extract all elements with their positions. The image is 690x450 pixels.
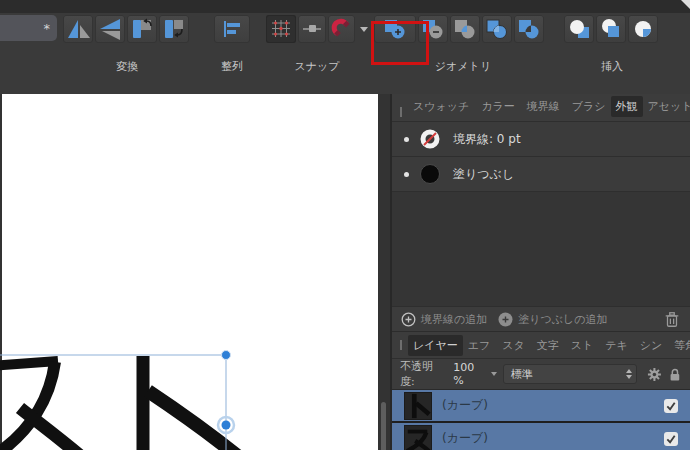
transform-group-label: 変換 — [63, 59, 191, 74]
thumbnail-glyph-to — [405, 393, 431, 419]
opacity-dropdown[interactable]: 100 % — [453, 361, 496, 387]
studio-panel: スウォッチ カラー 境界線 ブラシ 外観 アセット 境界線: 0 pt 塗りつぶ… — [390, 94, 690, 450]
tab-brushes[interactable]: ブラシ — [567, 96, 611, 117]
layer-visibility-checkbox[interactable] — [664, 399, 678, 413]
layer-visibility-checkbox[interactable] — [664, 432, 678, 446]
check-icon — [665, 400, 677, 412]
insert-on-top-button[interactable] — [596, 15, 626, 43]
tab-symbols[interactable]: シン — [635, 335, 668, 356]
stroke-row-label: 境界線: 0 pt — [453, 131, 521, 148]
rotate-clockwise-icon — [161, 17, 187, 41]
tab-color[interactable]: カラー — [476, 96, 520, 117]
boolean-divide-icon — [484, 17, 510, 41]
fill-black-swatch-icon[interactable] — [419, 163, 441, 185]
panel-grip-icon[interactable] — [400, 340, 402, 350]
stroke-none-swatch-icon[interactable] — [419, 128, 441, 150]
tab-styles[interactable]: スタ — [497, 335, 530, 356]
row-bullet — [404, 137, 409, 142]
boolean-intersect-button[interactable] — [450, 15, 480, 43]
insert-group-label: 挿入 — [564, 59, 660, 74]
tab-stroke[interactable]: 境界線 — [522, 96, 565, 117]
window-corner-notch — [681, 0, 690, 9]
alignment-icon — [219, 17, 245, 41]
layer-name: (カーブ) — [442, 397, 488, 414]
canvas-vertical-scrollbar[interactable] — [381, 402, 386, 450]
layers-options-row: 不透明度: 100 % 標準 — [392, 359, 690, 390]
boolean-subtract-button[interactable] — [418, 15, 448, 43]
layer-row-to[interactable]: (カーブ) — [392, 390, 690, 423]
stepper-icon — [626, 369, 632, 379]
tab-assets[interactable]: アセット — [643, 96, 690, 117]
snap-group-label: スナップ — [266, 59, 368, 74]
layer-row-su[interactable]: (カーブ) — [392, 423, 690, 450]
check-icon — [665, 433, 677, 445]
rotate-counterclockwise-button[interactable] — [127, 15, 157, 43]
boolean-divide-button[interactable] — [482, 15, 512, 43]
selection-bounding-box — [0, 355, 226, 450]
glyph-to — [143, 356, 240, 450]
add-stroke-icon[interactable] — [401, 312, 416, 327]
appearance-empty-area — [392, 192, 690, 307]
snap-group — [266, 15, 373, 43]
align-group-label: 整列 — [214, 59, 250, 74]
tab-stroke-panel[interactable]: スト — [566, 335, 599, 356]
fill-row-label: 塗りつぶし — [453, 166, 514, 183]
tab-character[interactable]: 文字 — [532, 335, 564, 356]
panel-grip-icon[interactable] — [400, 107, 402, 117]
tab-swatches[interactable]: スウォッチ — [408, 96, 474, 117]
chevron-down-icon — [491, 372, 497, 376]
canvas-selected-text[interactable] — [0, 94, 390, 450]
tab-text-styles[interactable]: テキ — [600, 335, 633, 356]
geometry-group-label: ジオメトリ — [388, 59, 538, 74]
boolean-add-button[interactable] — [374, 15, 416, 43]
layer-thumbnail-su[interactable] — [404, 425, 432, 450]
selection-handle-top-right[interactable] — [222, 351, 231, 360]
tab-appearance[interactable]: 外観 — [611, 96, 643, 117]
main-toolbar: * — [0, 13, 690, 94]
insert-on-top-icon — [598, 17, 624, 41]
insert-inside-button[interactable] — [628, 15, 658, 43]
layer-thumbnail-to[interactable] — [404, 392, 432, 420]
glyph-su — [0, 361, 90, 450]
thumbnail-glyph-su — [405, 426, 431, 450]
flip-horizontal-button[interactable] — [63, 15, 93, 43]
alignment-button[interactable] — [214, 15, 250, 43]
snapping-candidates-button[interactable] — [298, 15, 326, 43]
geometry-group — [374, 15, 546, 43]
insert-behind-button[interactable] — [564, 15, 594, 43]
transform-group — [63, 15, 191, 43]
boolean-subtract-icon — [420, 17, 446, 41]
preset-field[interactable]: * — [0, 15, 57, 41]
flip-vertical-icon — [97, 17, 123, 41]
blend-mode-select[interactable]: 標準 — [503, 364, 638, 384]
snapping-magnet-button[interactable] — [328, 15, 355, 43]
affinity-designer-window: * — [0, 0, 690, 450]
appearance-row-stroke[interactable]: 境界線: 0 pt — [392, 122, 690, 157]
tab-isometric[interactable]: 等角 — [669, 335, 690, 356]
appearance-row-fill[interactable]: 塗りつぶし — [392, 157, 690, 192]
add-stroke-label[interactable]: 境界線の追加 — [421, 312, 487, 327]
insert-inside-icon — [630, 17, 656, 41]
add-fill-label[interactable]: 塗りつぶしの追加 — [518, 312, 607, 327]
flip-horizontal-icon — [65, 17, 91, 41]
gear-icon[interactable] — [647, 367, 662, 382]
tab-effects[interactable]: エフ — [463, 335, 496, 356]
snapping-grid-button[interactable] — [266, 15, 296, 43]
lock-icon[interactable] — [668, 367, 682, 382]
row-bullet — [404, 172, 409, 177]
flip-vertical-button[interactable] — [95, 15, 125, 43]
tab-layers[interactable]: レイヤー — [408, 335, 463, 356]
rotate-counterclockwise-icon — [129, 17, 155, 41]
canvas-area[interactable] — [0, 94, 390, 450]
trash-icon[interactable] — [663, 310, 681, 329]
boolean-intersect-icon — [452, 17, 478, 41]
preset-star: * — [44, 21, 51, 36]
appearance-footer: 境界線の追加 塗りつぶしの追加 — [392, 307, 690, 332]
snapping-options-dropdown[interactable] — [357, 15, 371, 43]
snapping-magnet-icon — [330, 18, 354, 40]
add-fill-icon[interactable] — [498, 312, 513, 327]
layers-tabbar: レイヤー エフ スタ 文字 スト テキ シン 等角 — [392, 332, 690, 359]
rotate-clockwise-button[interactable] — [159, 15, 189, 43]
boolean-combine-button[interactable] — [514, 15, 544, 43]
snapping-grid-icon — [268, 17, 294, 41]
